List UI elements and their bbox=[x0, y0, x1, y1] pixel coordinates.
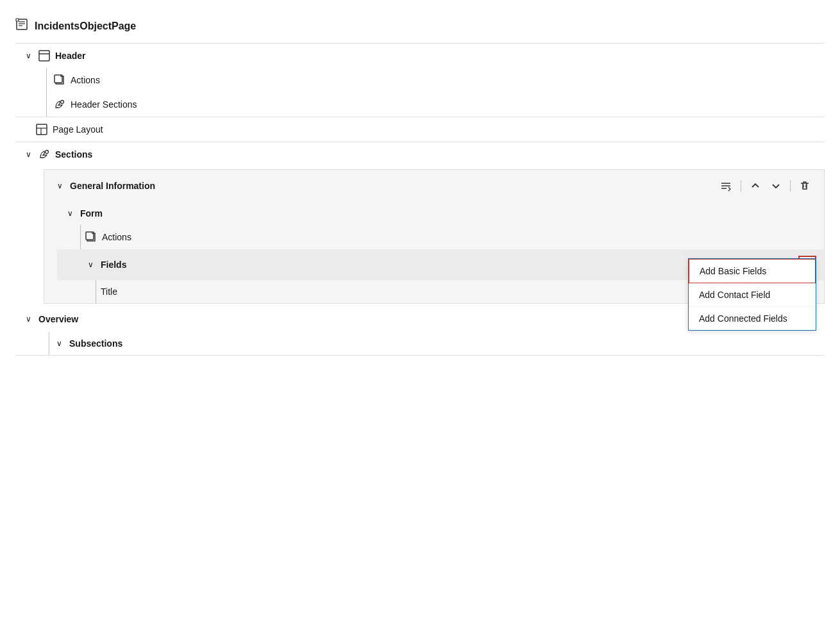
svg-point-12 bbox=[46, 151, 49, 154]
svg-rect-9 bbox=[37, 124, 47, 135]
sections-icon bbox=[38, 149, 50, 160]
fields-add-container: + Add Basic Fields Add Contact Field Add… bbox=[798, 256, 816, 274]
overview-label: Overview bbox=[38, 314, 78, 324]
page-layout-label: Page Layout bbox=[53, 124, 103, 135]
add-fields-dropdown: Add Basic Fields Add Contact Field Add C… bbox=[688, 258, 816, 331]
header-section: Header Actions Header Sections bbox=[15, 44, 825, 117]
header-sections-label: Header Sections bbox=[71, 99, 137, 110]
general-info-box: General Information bbox=[44, 169, 825, 304]
section-header-left: General Information bbox=[55, 181, 155, 191]
sub-connector bbox=[49, 332, 49, 355]
general-info-chevron[interactable] bbox=[55, 181, 65, 191]
page-title: IncidentsObjectPage bbox=[35, 21, 136, 32]
header-sections-row: Header Sections bbox=[15, 92, 825, 117]
header-icon bbox=[38, 50, 50, 62]
form-actions-row: Actions bbox=[57, 225, 824, 249]
divider bbox=[741, 180, 741, 192]
svg-rect-5 bbox=[39, 51, 49, 61]
title-field-label: Title bbox=[101, 286, 117, 297]
section-up-btn[interactable] bbox=[746, 178, 764, 194]
sections-section: Sections General Information bbox=[15, 142, 825, 356]
section-down-btn[interactable] bbox=[767, 178, 785, 194]
page-root: IncidentsObjectPage Header Actions bbox=[0, 0, 840, 366]
form-row: Form bbox=[57, 202, 824, 225]
divider2 bbox=[790, 180, 791, 192]
general-info-header: General Information bbox=[44, 170, 824, 202]
header-row: Header bbox=[15, 44, 825, 68]
form-connector bbox=[80, 225, 81, 249]
fields-chevron[interactable] bbox=[85, 260, 96, 270]
actions-icon bbox=[54, 74, 65, 86]
page-title-row: IncidentsObjectPage bbox=[15, 10, 825, 44]
actions-label: Actions bbox=[71, 75, 100, 85]
header-label: Header bbox=[55, 51, 85, 61]
form-chevron[interactable] bbox=[65, 208, 75, 219]
fields-row: Fields + Add Basic Fields Add Contact Fi… bbox=[57, 249, 824, 280]
form-container: Form Actions bbox=[44, 202, 824, 303]
form-actions-label: Actions bbox=[102, 232, 131, 242]
sections-chevron[interactable] bbox=[23, 149, 33, 160]
sections-row: Sections bbox=[15, 142, 825, 167]
section-delete-btn[interactable] bbox=[796, 178, 814, 194]
add-contact-field-item[interactable]: Add Contact Field bbox=[689, 283, 816, 307]
general-info-label: General Information bbox=[70, 181, 155, 191]
overview-chevron[interactable] bbox=[23, 314, 33, 324]
svg-rect-4 bbox=[16, 19, 19, 21]
fields-label: Fields bbox=[101, 260, 126, 270]
subsections-row: Subsections bbox=[15, 332, 825, 355]
section-header-actions bbox=[716, 178, 814, 194]
subsections-chevron[interactable] bbox=[54, 338, 64, 349]
sections-label: Sections bbox=[55, 149, 92, 160]
connector bbox=[46, 92, 47, 117]
form-label: Form bbox=[80, 208, 103, 219]
title-connector bbox=[96, 280, 96, 303]
section-properties-btn[interactable] bbox=[716, 178, 735, 194]
page-layout-icon bbox=[36, 124, 47, 135]
svg-point-8 bbox=[61, 101, 64, 104]
header-chevron[interactable] bbox=[23, 51, 33, 61]
subsections-label: Subsections bbox=[69, 338, 122, 349]
page-layout-section: Page Layout bbox=[15, 117, 825, 142]
fields-left: Fields bbox=[85, 260, 126, 270]
connector bbox=[46, 68, 47, 92]
page-layout-row: Page Layout bbox=[15, 117, 825, 142]
add-basic-fields-item[interactable]: Add Basic Fields bbox=[689, 259, 816, 283]
add-connected-fields-item[interactable]: Add Connected Fields bbox=[689, 307, 816, 330]
form-actions-icon bbox=[85, 231, 97, 243]
header-actions-row: Actions bbox=[15, 68, 825, 92]
header-sections-icon bbox=[54, 99, 65, 110]
page-title-icon bbox=[15, 18, 28, 34]
general-info-container: General Information bbox=[44, 169, 825, 304]
